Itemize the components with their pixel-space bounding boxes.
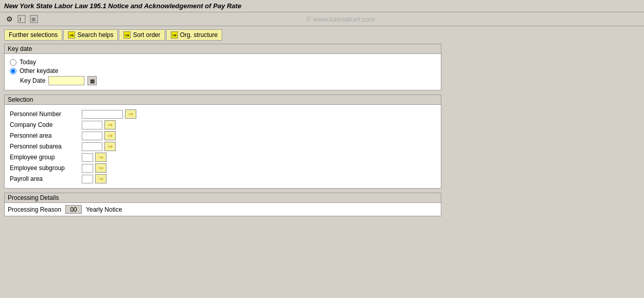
main-content: Key date Today Other keydate Key Date ▦ … (0, 44, 644, 225)
personnel-area-row: Personnel area ⇒ (10, 131, 436, 140)
settings-icon[interactable]: ⚙ (4, 14, 14, 24)
tab-bar: Further selections ⇒ Search helps ⇒ Sort… (0, 26, 644, 44)
payroll-area-row: Payroll area ⇒ (10, 174, 436, 183)
search-helps-arrow: ⇒ (68, 31, 75, 39)
personnel-area-range-icon: ⇒ (108, 132, 113, 139)
keydate-header: Key date (5, 44, 441, 54)
payroll-area-label: Payroll area (10, 175, 82, 182)
svg-text:⊞: ⊞ (31, 16, 35, 22)
other-keydate-radio[interactable] (10, 68, 16, 74)
processing-reason-input[interactable] (65, 205, 82, 214)
keydate-field-label: Key Date (20, 77, 45, 84)
calendar-button[interactable]: ▦ (87, 76, 97, 85)
personnel-area-input[interactable] (82, 132, 102, 140)
page-title: New York State Labor Law 195.1 Notice an… (4, 2, 241, 10)
company-code-row: Company Code ⇒ (10, 120, 436, 129)
payroll-area-range-btn[interactable]: ⇒ (95, 174, 106, 183)
other-keydate-label: Other keydate (20, 67, 58, 74)
personnel-number-label: Personnel Number (10, 110, 82, 118)
keydate-input[interactable] (48, 76, 84, 85)
personnel-area-range-btn[interactable]: ⇒ (104, 131, 116, 140)
keydate-body: Today Other keydate Key Date ▦ (5, 54, 441, 90)
employee-group-range-icon: ⇒ (98, 154, 103, 161)
employee-subgroup-input[interactable] (82, 164, 93, 173)
processing-row: Processing Reason Yearly Notice (5, 203, 441, 216)
today-radio-row: Today (10, 59, 436, 66)
keydate-input-row: Key Date ▦ (10, 76, 436, 85)
personnel-subarea-range-icon: ⇒ (108, 143, 113, 150)
processing-reason-label: Processing Reason (8, 206, 61, 213)
tab-further-selections[interactable]: Further selections (4, 29, 62, 41)
selection-header: Selection (5, 95, 441, 105)
today-radio[interactable] (10, 59, 16, 66)
keydate-section: Key date Today Other keydate Key Date ▦ (4, 44, 441, 90)
payroll-area-range-icon: ⇒ (98, 175, 103, 182)
title-bar: New York State Labor Law 195.1 Notice an… (0, 0, 644, 12)
info-icon[interactable]: i (16, 14, 27, 24)
employee-subgroup-label: Employee subgroup (10, 164, 82, 172)
employee-subgroup-range-btn[interactable]: ⇒ (95, 163, 106, 173)
selection-section: Selection Personnel Number ⇒ Company Cod… (4, 95, 441, 189)
today-label: Today (20, 59, 36, 66)
personnel-subarea-row: Personnel subarea ⇒ (10, 142, 436, 151)
tab-org-structure[interactable]: ⇒ Org. structure (166, 29, 222, 41)
tab-sort-order[interactable]: ⇒ Sort order (119, 29, 165, 41)
further-selections-label: Further selections (9, 31, 58, 39)
other-keydate-radio-row: Other keydate (10, 67, 436, 74)
tab-search-helps[interactable]: ⇒ Search helps (63, 29, 118, 41)
processing-reason-text: Yearly Notice (86, 206, 122, 213)
employee-group-row: Employee group ⇒ (10, 153, 436, 162)
org-structure-label: Org. structure (180, 31, 218, 39)
selection-body: Personnel Number ⇒ Company Code ⇒ Person… (5, 105, 441, 188)
personnel-number-range-icon: ⇒ (128, 110, 133, 118)
employee-group-label: Employee group (10, 154, 82, 161)
svg-text:i: i (20, 16, 21, 22)
personnel-subarea-range-btn[interactable]: ⇒ (104, 142, 116, 151)
personnel-number-input[interactable] (82, 110, 123, 119)
toolbar: ⚙ i ⊞ © www.tutorialkart.com (0, 12, 644, 26)
employee-subgroup-range-icon: ⇒ (98, 164, 103, 172)
personnel-area-label: Personnel area (10, 132, 82, 139)
personnel-number-row: Personnel Number ⇒ (10, 109, 436, 119)
expand-icon[interactable]: ⊞ (29, 14, 39, 24)
employee-group-range-btn[interactable]: ⇒ (95, 153, 106, 162)
employee-group-input[interactable] (82, 153, 93, 162)
sort-order-arrow: ⇒ (123, 31, 131, 39)
sort-order-label: Sort order (133, 31, 160, 39)
personnel-subarea-label: Personnel subarea (10, 143, 82, 150)
watermark-text: © www.tutorialkart.com (41, 15, 640, 23)
processing-header: Processing Details (5, 193, 441, 203)
personnel-number-range-btn[interactable]: ⇒ (125, 109, 136, 119)
employee-subgroup-row: Employee subgroup ⇒ (10, 163, 436, 173)
search-helps-label: Search helps (77, 31, 113, 39)
personnel-subarea-input[interactable] (82, 142, 102, 151)
company-code-label: Company Code (10, 121, 82, 128)
company-code-input[interactable] (82, 121, 102, 129)
company-code-range-icon: ⇒ (108, 121, 113, 128)
payroll-area-input[interactable] (82, 175, 93, 183)
processing-section: Processing Details Processing Reason Yea… (4, 193, 441, 216)
company-code-range-btn[interactable]: ⇒ (104, 120, 116, 129)
org-structure-arrow: ⇒ (171, 31, 178, 39)
